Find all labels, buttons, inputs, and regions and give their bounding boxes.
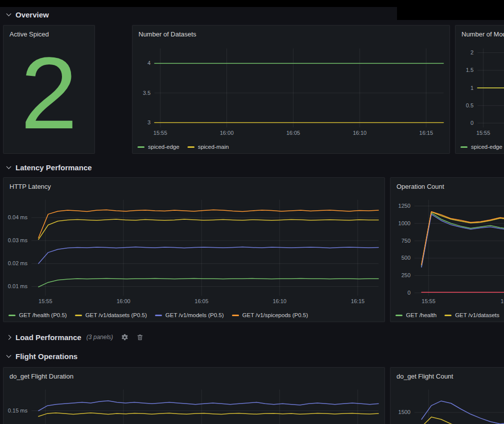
svg-text:15:55: 15:55	[154, 130, 168, 136]
operation-count-chart[interactable]: 15:5516:0016:0516:1016:15125010007505002…	[390, 193, 504, 309]
chevron-down-icon	[6, 164, 12, 169]
legend-item[interactable]: GET /v1/datasets	[444, 312, 500, 318]
svg-text:16:05: 16:05	[194, 298, 208, 304]
panel-count-note: (3 panels)	[86, 334, 113, 341]
legend-item[interactable]: GET /health	[396, 312, 436, 318]
svg-text:0.01 ms: 0.01 ms	[8, 283, 28, 289]
legend-swatch	[188, 146, 194, 148]
section-header-flight-operations[interactable]: Flight Operations	[7, 350, 78, 363]
chevron-right-icon	[6, 335, 12, 340]
section-header-overview[interactable]: Overview	[7, 8, 49, 21]
http-latency-chart[interactable]: 15:5516:0016:0516:1016:150.04 ms0.03 ms0…	[4, 193, 384, 309]
panel-title[interactable]: do_get Flight Duration	[4, 368, 384, 383]
legend-item[interactable]: spiced-edge	[138, 144, 180, 150]
legend-swatch	[396, 315, 402, 316]
legend-label: spiced-edge	[148, 144, 180, 150]
datasets-chart[interactable]: 15:5516:0016:0516:1016:1543.53	[132, 40, 450, 140]
legend-item[interactable]: GET /v1/datasets (P0.5)	[75, 312, 147, 318]
legend-label: GET /v1/spicepods (P0.5)	[242, 312, 308, 318]
svg-text:250: 250	[402, 272, 410, 278]
svg-text:500: 500	[402, 255, 410, 261]
section-title: Load Performance	[16, 333, 82, 342]
panel-number-of-models: Number of Models 15:5516:0016:0516:1016:…	[455, 25, 504, 154]
panel-title[interactable]: Number of Models	[456, 25, 504, 40]
section-title: Flight Operations	[16, 352, 78, 361]
legend-label: spiced-edge	[471, 144, 502, 150]
legend-label: GET /v1/datasets	[455, 312, 500, 318]
svg-text:4: 4	[148, 60, 150, 66]
panel-number-of-datasets: Number of Datasets 15:5516:0016:0516:101…	[132, 25, 450, 154]
svg-text:0: 0	[408, 290, 410, 296]
operation-count-legend: GET /healthGET /v1/datasetsGET /v1/model…	[390, 309, 504, 322]
top-right-black-area	[397, 0, 504, 20]
legend-item[interactable]: spiced-main	[188, 144, 229, 150]
svg-text:16:10: 16:10	[272, 298, 286, 304]
svg-text:0: 0	[470, 120, 474, 126]
svg-text:1000: 1000	[398, 220, 410, 226]
svg-text:16:00: 16:00	[220, 130, 234, 136]
svg-text:16:10: 16:10	[353, 130, 367, 136]
svg-text:15:55: 15:55	[38, 298, 52, 304]
legend-item[interactable]: GET /v1/models (P0.5)	[155, 312, 224, 318]
svg-text:1500: 1500	[398, 409, 410, 415]
svg-text:3.5: 3.5	[143, 90, 150, 96]
panel-title[interactable]: HTTP Latency	[4, 178, 384, 193]
panel-operation-count: Operation Count 15:5516:0016:0516:1016:1…	[390, 177, 504, 322]
section-title: Overview	[16, 10, 49, 19]
section-title: Latency Performance	[16, 163, 92, 172]
svg-text:1.5: 1.5	[466, 67, 474, 73]
legend-label: GET /v1/datasets (P0.5)	[86, 312, 147, 318]
models-legend: spiced-edgespiced-main	[456, 140, 504, 153]
svg-text:3: 3	[148, 119, 150, 125]
legend-swatch	[444, 315, 452, 316]
svg-text:0.02 ms: 0.02 ms	[8, 260, 28, 266]
svg-text:16:15: 16:15	[420, 130, 434, 136]
legend-swatch	[138, 146, 144, 148]
svg-text:2: 2	[470, 49, 474, 55]
gear-icon[interactable]	[121, 334, 128, 341]
panel-active-spiced: Active Spiced 2	[3, 25, 95, 154]
svg-text:0.5: 0.5	[466, 102, 474, 108]
svg-text:16:00: 16:00	[116, 298, 130, 304]
legend-label: GET /health	[406, 312, 436, 318]
svg-text:1: 1	[470, 85, 474, 91]
legend-label: GET /health (P0.5)	[19, 312, 67, 318]
section-header-latency[interactable]: Latency Performance	[7, 161, 92, 174]
legend-swatch	[155, 315, 162, 316]
flight-duration-chart[interactable]: 15:5516:0016:0516:1016:150.15 ms0.10 ms	[4, 383, 384, 424]
legend-swatch	[460, 146, 468, 148]
svg-text:1250: 1250	[398, 203, 410, 209]
legend-swatch	[232, 315, 239, 316]
svg-text:750: 750	[402, 238, 410, 244]
legend-label: GET /v1/models (P0.5)	[166, 312, 224, 318]
panel-title[interactable]: Number of Datasets	[132, 25, 450, 40]
legend-item[interactable]: spiced-edge	[460, 144, 502, 150]
panel-title[interactable]: do_get Flight Count	[390, 368, 504, 383]
legend-swatch	[75, 315, 82, 316]
svg-text:16:05: 16:05	[286, 130, 300, 136]
svg-text:16:00: 16:00	[500, 298, 504, 304]
legend-item[interactable]: GET /v1/spicepods (P0.5)	[232, 312, 308, 318]
legend-swatch	[8, 315, 16, 316]
models-chart[interactable]: 15:5516:0016:0516:1016:1521.510.50	[456, 40, 504, 140]
legend-label: spiced-main	[198, 144, 229, 150]
trash-icon[interactable]	[136, 334, 144, 341]
svg-text:0.03 ms: 0.03 ms	[8, 237, 28, 243]
legend-item[interactable]: GET /health (P0.5)	[8, 312, 67, 318]
panel-do-get-flight-duration: do_get Flight Duration 15:5516:0016:0516…	[3, 367, 385, 424]
flight-count-chart[interactable]: 15:5516:0016:0516:1016:15150010005000	[390, 383, 504, 424]
svg-text:0.15 ms: 0.15 ms	[8, 408, 28, 414]
chevron-down-icon	[6, 353, 12, 358]
section-header-load-performance[interactable]: Load Performance (3 panels)	[7, 331, 144, 344]
panel-http-latency: HTTP Latency 15:5516:0016:0516:1016:150.…	[3, 177, 385, 322]
svg-text:15:55: 15:55	[476, 130, 490, 136]
http-latency-legend: GET /health (P0.5)GET /v1/datasets (P0.5…	[4, 309, 384, 322]
datasets-legend: spiced-edgespiced-main	[132, 140, 450, 153]
svg-text:15:55: 15:55	[422, 298, 436, 304]
chevron-down-icon	[6, 11, 12, 16]
panel-do-get-flight-count: do_get Flight Count 15:5516:0016:0516:10…	[390, 367, 504, 424]
stat-value: 2	[4, 40, 94, 153]
svg-text:0.04 ms: 0.04 ms	[8, 214, 28, 220]
panel-title[interactable]: Operation Count	[390, 178, 504, 193]
svg-text:16:15: 16:15	[351, 298, 365, 304]
